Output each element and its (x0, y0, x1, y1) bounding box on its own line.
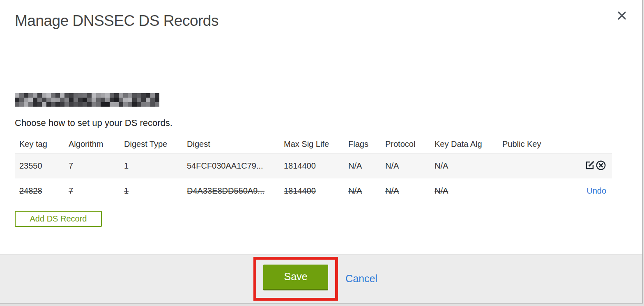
close-x-glyph (617, 11, 627, 21)
cell-key-tag: 23550 (15, 153, 64, 178)
col-header-key-tag: Key tag (15, 135, 64, 153)
cancel-link[interactable]: Cancel (345, 273, 377, 285)
cell-key-data-alg: N/A (430, 153, 498, 178)
cell-algorithm: 7 (64, 178, 120, 204)
col-header-protocol: Protocol (381, 135, 430, 153)
cell-key-data-alg: N/A (430, 178, 498, 204)
cell-actions (559, 153, 612, 178)
ds-records-table: Key tag Algorithm Digest Type Digest Max… (15, 135, 612, 204)
col-header-public-key: Public Key (498, 135, 559, 153)
col-header-digest-type: Digest Type (120, 135, 182, 153)
edit-pencil-icon (584, 160, 595, 171)
cell-key-tag: 24828 (15, 178, 64, 204)
cell-protocol: N/A (381, 178, 430, 204)
cell-actions: Undo (559, 178, 612, 204)
cell-max-sig-life: 1814400 (279, 153, 344, 178)
cell-digest: 54FCF030AA1C79... (182, 153, 279, 178)
col-header-key-data-alg: Key Data Alg (430, 135, 498, 153)
instruction-text: Choose how to set up your DS records. (15, 118, 628, 128)
dnssec-ds-records-modal: Manage DNSSEC DS Records Choose how to s… (0, 0, 643, 304)
modal-footer: Save Cancel (0, 254, 642, 303)
page-title: Manage DNSSEC DS Records (0, 0, 642, 30)
cell-algorithm: 7 (64, 153, 120, 178)
save-button[interactable]: Save (263, 265, 328, 290)
cell-flags: N/A (344, 178, 381, 204)
edit-record-button[interactable] (584, 160, 595, 172)
cell-protocol: N/A (381, 153, 430, 178)
col-header-digest: Digest (182, 135, 279, 153)
col-header-actions (559, 135, 612, 153)
cell-max-sig-life: 1814400 (279, 178, 344, 204)
cell-public-key (498, 153, 559, 178)
delete-circle-x-icon (596, 160, 606, 171)
cell-flags: N/A (344, 153, 381, 178)
table-header-row: Key tag Algorithm Digest Type Digest Max… (15, 135, 612, 153)
col-header-flags: Flags (344, 135, 381, 153)
close-icon[interactable] (615, 9, 628, 22)
undo-link[interactable]: Undo (586, 186, 606, 195)
table-row-deleted: 24828 7 1 D4A33E8DD550A9... 1814400 N/A … (15, 178, 612, 204)
cell-public-key (498, 178, 559, 204)
delete-record-button[interactable] (596, 160, 606, 172)
col-header-max-sig-life: Max Sig Life (279, 135, 344, 153)
redacted-domain-text (15, 93, 159, 107)
cell-digest-type: 1 (120, 178, 182, 204)
table-row: 23550 7 1 54FCF030AA1C79... 1814400 N/A … (15, 153, 612, 178)
annotation-red-box: Save (253, 257, 338, 301)
cell-digest-type: 1 (120, 153, 182, 178)
add-ds-record-button[interactable]: Add DS Record (15, 211, 102, 227)
cell-digest: D4A33E8DD550A9... (182, 178, 279, 204)
col-header-algorithm: Algorithm (64, 135, 120, 153)
